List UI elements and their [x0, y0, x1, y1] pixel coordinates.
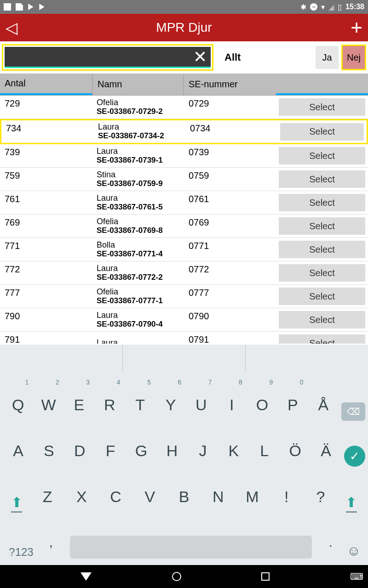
table-row[interactable]: 771BollaSE-033867-0771-40771Select — [0, 238, 368, 261]
nav-back-icon[interactable] — [80, 572, 92, 581]
key-backspace[interactable]: ⌫ — [341, 402, 365, 421]
key-ä[interactable]: Ä — [310, 435, 341, 467]
key-comma[interactable]: , — [40, 526, 63, 559]
key-b[interactable]: B — [167, 481, 201, 513]
select-button[interactable]: Select — [279, 170, 365, 188]
table-row[interactable]: 739LauraSE-033867-0739-10739Select — [0, 144, 368, 168]
select-button[interactable]: Select — [279, 311, 365, 328]
key-ö[interactable]: Ö — [280, 435, 310, 467]
nav-keyboard-icon[interactable]: ⌨ — [350, 571, 363, 582]
key-period[interactable]: . — [319, 526, 342, 559]
key-j[interactable]: J — [187, 435, 218, 467]
key-?[interactable]: ? — [304, 481, 338, 513]
key-shift-right[interactable]: ⬆ — [338, 494, 365, 513]
key-z[interactable]: Z — [30, 481, 64, 513]
key-shift-left[interactable]: ⬆ — [3, 494, 30, 513]
cell-namn: StinaSE-033867-0759-9 — [92, 170, 184, 188]
gallery-icon — [4, 3, 11, 11]
key-u[interactable]: 7U — [186, 389, 216, 421]
select-button[interactable]: Select — [280, 123, 364, 141]
key-f[interactable]: F — [95, 435, 126, 467]
select-button[interactable]: Select — [279, 334, 365, 344]
key-g[interactable]: G — [126, 435, 157, 467]
suggestion-bar[interactable] — [0, 345, 368, 372]
key-d[interactable]: D — [64, 435, 95, 467]
key-y[interactable]: 6Y — [155, 389, 186, 421]
keyboard[interactable]: 1Q2W3E4R5T6Y7U8I9O0PÅ⌫ ASDFGHJKLÖÄ✓ ⬆ZXC… — [0, 345, 368, 565]
key-a[interactable]: A — [3, 435, 34, 467]
key-r[interactable]: 4R — [94, 389, 125, 421]
select-button[interactable]: Select — [279, 147, 365, 164]
nav-home-icon[interactable] — [172, 572, 181, 581]
keyboard-row-4: ?123 , . ☺ — [0, 513, 368, 559]
key-x[interactable]: X — [64, 481, 98, 513]
key-space[interactable] — [70, 536, 312, 559]
key-v[interactable]: V — [133, 481, 167, 513]
toggle-nej[interactable]: Nej — [341, 45, 366, 70]
key-symbols[interactable]: ?123 — [3, 546, 40, 559]
key-emoji[interactable]: ☺ — [342, 543, 365, 559]
nav-recent-icon[interactable] — [261, 572, 270, 581]
key-![interactable]: ! — [270, 481, 304, 513]
key-k[interactable]: K — [218, 435, 249, 467]
search-row: ✕ Allt Ja Nej — [0, 41, 368, 74]
cell-se: 0772 — [184, 261, 276, 275]
key-w[interactable]: 2W — [33, 389, 63, 421]
toggle-ja[interactable]: Ja — [316, 46, 339, 69]
select-button[interactable]: Select — [279, 217, 365, 235]
cell-namn: LauraSE-033867-0772-2 — [92, 264, 184, 282]
cell-namn: LauraSE-033867-0734-2 — [93, 123, 185, 140]
table-row[interactable]: 777OfeliaSE-033867-0777-10777Select — [0, 285, 368, 308]
table-row[interactable]: 790LauraSE-033867-0790-40790Select — [0, 308, 368, 332]
col-se[interactable]: SE-nummer — [184, 74, 276, 95]
back-button[interactable]: ◁ — [6, 18, 17, 37]
col-antal[interactable]: Antal — [0, 74, 92, 95]
clear-icon[interactable]: ✕ — [190, 47, 211, 67]
select-button[interactable]: Select — [279, 288, 365, 305]
key-h[interactable]: H — [157, 435, 188, 467]
key-s[interactable]: S — [34, 435, 64, 467]
key-n[interactable]: N — [201, 481, 235, 513]
cell-namn: LauraSE-033867-0761-5 — [92, 194, 184, 211]
add-button[interactable]: + — [351, 17, 362, 38]
table-row[interactable]: 791Laura0791Select — [0, 332, 368, 344]
select-button[interactable]: Select — [279, 241, 365, 258]
table-row[interactable]: 761LauraSE-033867-0761-50761Select — [0, 191, 368, 215]
cell-se: 0729 — [184, 96, 276, 109]
cell-se: 0739 — [184, 144, 276, 158]
key-t[interactable]: 5T — [125, 389, 155, 421]
table-row[interactable]: 769OfeliaSE-033867-0769-80769Select — [0, 215, 368, 238]
table-row[interactable]: 759StinaSE-033867-0759-90759Select — [0, 168, 368, 191]
key-c[interactable]: C — [98, 481, 132, 513]
table-body[interactable]: 729OfeliaSE-033867-0729-20729Select734La… — [0, 96, 368, 344]
key-o[interactable]: 9O — [247, 389, 277, 421]
search-wrap: ✕ — [2, 44, 213, 71]
cell-antal: 759 — [0, 168, 92, 181]
key-q[interactable]: 1Q — [3, 389, 33, 421]
table-row[interactable]: 729OfeliaSE-033867-0729-20729Select — [0, 96, 368, 119]
table-row[interactable]: 772LauraSE-033867-0772-20772Select — [0, 261, 368, 285]
select-button[interactable]: Select — [279, 98, 365, 116]
cell-namn: LauraSE-033867-0790-4 — [92, 311, 184, 328]
key-p[interactable]: 0P — [277, 389, 308, 421]
search-input[interactable] — [7, 52, 190, 62]
dnd-icon: − — [310, 3, 317, 11]
suggestion-3[interactable] — [246, 345, 368, 372]
col-namn[interactable]: Namn — [92, 74, 184, 95]
cell-namn: Laura — [92, 339, 184, 344]
select-button[interactable]: Select — [279, 194, 365, 211]
key-i[interactable]: 8I — [217, 389, 247, 421]
key-e[interactable]: 3E — [64, 389, 94, 421]
key-l[interactable]: L — [249, 435, 280, 467]
cell-se: 0791 — [184, 332, 276, 344]
key-enter[interactable]: ✓ — [344, 446, 365, 467]
page-title: MPR Djur — [156, 20, 212, 35]
select-button[interactable]: Select — [279, 264, 365, 282]
key-m[interactable]: M — [235, 481, 269, 513]
key-å[interactable]: Å — [308, 389, 339, 421]
table-row[interactable]: 734LauraSE-033867-0734-20734Select — [0, 119, 368, 144]
cell-se: 0777 — [184, 285, 276, 298]
suggestion-1[interactable] — [0, 345, 123, 372]
search-input-box[interactable]: ✕ — [5, 47, 211, 68]
suggestion-2[interactable] — [123, 345, 246, 372]
